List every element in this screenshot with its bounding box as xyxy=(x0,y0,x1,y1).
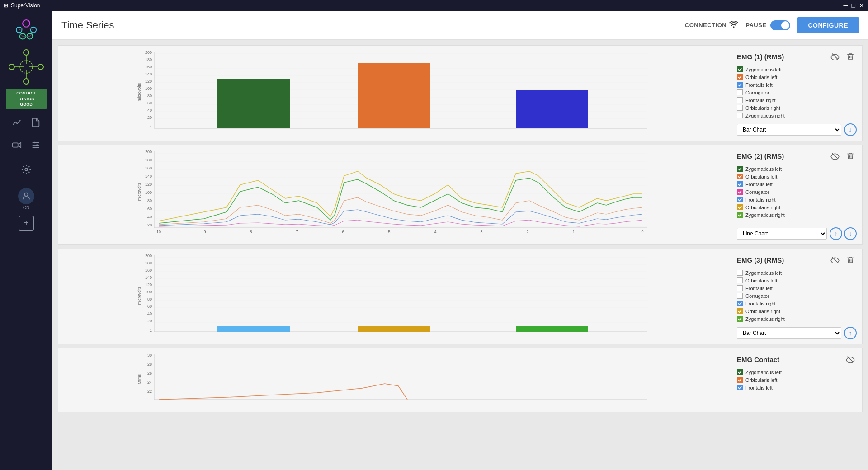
video-icon[interactable] xyxy=(9,137,24,153)
svg-text:160: 160 xyxy=(145,166,152,170)
svg-text:Orms: Orms xyxy=(137,374,142,384)
svg-text:24: 24 xyxy=(147,380,152,385)
delete-button-emg3[interactable] xyxy=(844,254,857,266)
svg-point-25 xyxy=(34,146,36,148)
sliders-icon[interactable] xyxy=(28,137,43,153)
legend-checkbox[interactable] xyxy=(737,293,743,299)
svg-text:120: 120 xyxy=(145,282,152,287)
legend-checkbox[interactable] xyxy=(737,66,743,72)
legend-checkbox[interactable] xyxy=(737,166,743,172)
close-button[interactable]: ✕ xyxy=(859,2,864,9)
nav-up-emg3[interactable]: ↑ xyxy=(844,327,857,339)
legend-checkbox[interactable] xyxy=(737,301,743,306)
legend-checkbox[interactable] xyxy=(737,97,743,103)
svg-text:1: 1 xyxy=(150,125,152,129)
chart-icons-emg3 xyxy=(829,254,857,266)
chart-title-emg-contact: EMG Contact xyxy=(737,356,779,363)
legend-item: Orbicularis left xyxy=(737,377,857,383)
delete-button-emg2[interactable] xyxy=(844,150,857,162)
svg-text:200: 200 xyxy=(145,254,152,258)
settings-icon[interactable] xyxy=(19,162,34,177)
legend-checkbox[interactable] xyxy=(737,270,743,276)
legend-checkbox[interactable] xyxy=(737,181,743,187)
chart-type-select-emg2[interactable]: Line Chart Bar Chart xyxy=(737,228,827,240)
legend-checkbox[interactable] xyxy=(737,385,743,390)
chart-icons-emg1 xyxy=(829,50,857,63)
nav-up-emg2[interactable]: ↑ xyxy=(830,227,842,240)
legend-checkbox[interactable] xyxy=(737,89,743,95)
title-bar-controls: ─ □ ✕ xyxy=(844,2,864,9)
legend-checkbox[interactable] xyxy=(737,377,743,383)
legend-item: Orbicularis right xyxy=(737,105,857,111)
svg-rect-53 xyxy=(358,63,430,128)
line-chart-emg2: 200 180 160 140 120 100 80 60 40 20 10 9… xyxy=(58,149,729,239)
visibility-toggle-emg1[interactable] xyxy=(829,50,841,63)
legend-checkbox[interactable] xyxy=(737,174,743,179)
header-right: CONNECTION PAUSE xyxy=(685,17,859,33)
configure-button[interactable]: CONFIGURE xyxy=(797,17,859,33)
svg-text:1: 1 xyxy=(150,328,152,333)
svg-text:20: 20 xyxy=(147,319,152,323)
svg-text:100: 100 xyxy=(145,86,152,91)
sidebar-nav-row1 xyxy=(9,115,43,130)
svg-text:3: 3 xyxy=(480,230,482,234)
chart-area-emg3: 200 180 160 140 120 100 80 60 40 20 1 xyxy=(58,249,731,344)
chart-header-emg-contact: EMG Contact xyxy=(737,353,857,366)
svg-text:60: 60 xyxy=(147,101,152,105)
svg-text:26: 26 xyxy=(147,371,152,376)
user-avatar xyxy=(18,188,34,204)
pause-toggle[interactable] xyxy=(770,20,790,30)
legend-item: Orbicularis left xyxy=(737,174,857,179)
legend-item: Zygomaticus left xyxy=(737,270,857,276)
legend-checkbox[interactable] xyxy=(737,113,743,118)
svg-text:60: 60 xyxy=(147,207,152,211)
svg-text:0: 0 xyxy=(641,230,643,234)
svg-text:120: 120 xyxy=(145,182,152,187)
legend-item: Zygomaticus right xyxy=(737,316,857,322)
chart-title-emg2: EMG (2) (RMS) xyxy=(737,152,784,160)
svg-text:20: 20 xyxy=(147,115,152,120)
legend-checkbox[interactable] xyxy=(737,212,743,218)
svg-text:7: 7 xyxy=(296,230,298,234)
svg-text:22: 22 xyxy=(147,389,152,394)
nav-down-emg1[interactable]: ↓ xyxy=(844,123,857,136)
legend-checkbox[interactable] xyxy=(737,105,743,111)
svg-text:160: 160 xyxy=(145,65,152,69)
chart-panel-emg1: 200 180 160 140 120 100 80 60 40 20 1 xyxy=(58,45,863,141)
chart-area-emg-contact: 30 28 26 24 22 Orms xyxy=(58,348,731,412)
visibility-toggle-emg3[interactable] xyxy=(829,254,841,266)
legend-checkbox[interactable] xyxy=(737,82,743,88)
chart-type-select-emg3[interactable]: Bar Chart Line Chart xyxy=(737,327,841,339)
sidebar: CONTACT STATUS GOOD xyxy=(0,11,52,470)
visibility-toggle-emg-contact[interactable] xyxy=(844,353,857,366)
legend-checkbox[interactable] xyxy=(737,189,743,195)
legend-checkbox[interactable] xyxy=(737,369,743,375)
svg-text:9: 9 xyxy=(203,230,206,234)
legend-checkbox[interactable] xyxy=(737,197,743,202)
chart-type-select-emg1[interactable]: Bar Chart Line Chart xyxy=(737,124,841,136)
legend-checkbox[interactable] xyxy=(737,74,743,80)
chart-icon[interactable] xyxy=(9,115,24,130)
minimize-button[interactable]: ─ xyxy=(844,2,848,9)
svg-text:80: 80 xyxy=(147,198,152,203)
legend-checkbox[interactable] xyxy=(737,277,743,283)
app-title: SuperVision xyxy=(11,2,40,9)
legend-checkbox[interactable] xyxy=(737,316,743,322)
add-button[interactable]: + xyxy=(19,216,34,231)
maximize-button[interactable]: □ xyxy=(852,2,855,9)
file-icon[interactable] xyxy=(28,115,43,130)
legend-checkbox[interactable] xyxy=(737,308,743,314)
chart-header-emg1: EMG (1) (RMS) xyxy=(737,50,857,63)
user-section[interactable]: CN xyxy=(18,188,34,210)
contact-status: CONTACT STATUS GOOD xyxy=(6,89,47,109)
nav-down-emg2[interactable]: ↓ xyxy=(844,227,857,240)
legend-item: Frontalis right xyxy=(737,301,857,306)
visibility-toggle-emg2[interactable] xyxy=(829,150,841,162)
legend-checkbox[interactable] xyxy=(737,285,743,291)
legend-checkbox[interactable] xyxy=(737,204,743,210)
svg-text:microvolts: microvolts xyxy=(137,83,142,101)
delete-button-emg1[interactable] xyxy=(844,50,857,63)
svg-text:8: 8 xyxy=(250,230,252,234)
wifi-icon xyxy=(729,21,738,30)
bar-chart-emg1: 200 180 160 140 120 100 80 60 40 20 1 xyxy=(58,49,729,135)
